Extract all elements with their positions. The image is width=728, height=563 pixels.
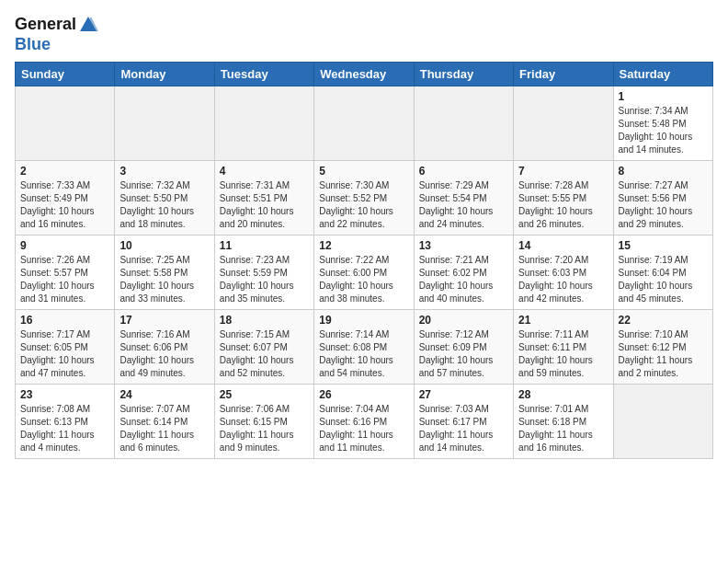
calendar: SundayMondayTuesdayWednesdayThursdayFrid… xyxy=(15,62,713,459)
calendar-cell: 13Sunrise: 7:21 AM Sunset: 6:02 PM Dayli… xyxy=(414,235,513,309)
day-info: Sunrise: 7:27 AM Sunset: 5:56 PM Dayligh… xyxy=(619,179,708,231)
calendar-cell: 15Sunrise: 7:19 AM Sunset: 6:04 PM Dayli… xyxy=(613,235,712,309)
calendar-week-row: 2Sunrise: 7:33 AM Sunset: 5:49 PM Daylig… xyxy=(16,160,713,235)
day-header-thursday: Thursday xyxy=(414,62,513,86)
day-info: Sunrise: 7:14 AM Sunset: 6:08 PM Dayligh… xyxy=(319,328,408,380)
day-number: 22 xyxy=(619,314,708,327)
day-number: 15 xyxy=(619,239,708,252)
calendar-cell xyxy=(514,86,613,160)
calendar-cell: 22Sunrise: 7:10 AM Sunset: 6:12 PM Dayli… xyxy=(613,309,712,384)
day-number: 19 xyxy=(319,314,408,327)
calendar-cell: 5Sunrise: 7:30 AM Sunset: 5:52 PM Daylig… xyxy=(314,160,414,235)
day-header-saturday: Saturday xyxy=(613,62,712,86)
day-number: 14 xyxy=(518,239,608,252)
calendar-cell xyxy=(115,86,214,160)
calendar-cell: 1Sunrise: 7:34 AM Sunset: 5:48 PM Daylig… xyxy=(613,86,712,160)
day-number: 7 xyxy=(518,165,608,178)
calendar-cell: 11Sunrise: 7:23 AM Sunset: 5:59 PM Dayli… xyxy=(214,235,313,309)
logo-icon xyxy=(78,15,98,35)
day-number: 25 xyxy=(220,388,309,401)
day-number: 9 xyxy=(20,239,109,252)
day-info: Sunrise: 7:10 AM Sunset: 6:12 PM Dayligh… xyxy=(619,328,708,380)
calendar-cell: 14Sunrise: 7:20 AM Sunset: 6:03 PM Dayli… xyxy=(514,235,613,309)
day-info: Sunrise: 7:22 AM Sunset: 6:00 PM Dayligh… xyxy=(319,254,408,305)
day-number: 10 xyxy=(119,239,209,252)
day-header-tuesday: Tuesday xyxy=(214,62,313,86)
logo-blue: Blue xyxy=(15,35,98,54)
day-info: Sunrise: 7:01 AM Sunset: 6:18 PM Dayligh… xyxy=(518,403,608,454)
calendar-cell: 27Sunrise: 7:03 AM Sunset: 6:17 PM Dayli… xyxy=(414,384,513,458)
calendar-cell: 6Sunrise: 7:29 AM Sunset: 5:54 PM Daylig… xyxy=(414,160,513,235)
calendar-cell: 17Sunrise: 7:16 AM Sunset: 6:06 PM Dayli… xyxy=(115,309,214,384)
day-number: 13 xyxy=(419,239,508,252)
calendar-cell: 2Sunrise: 7:33 AM Sunset: 5:49 PM Daylig… xyxy=(16,160,115,235)
calendar-cell: 9Sunrise: 7:26 AM Sunset: 5:57 PM Daylig… xyxy=(16,235,115,309)
day-number: 17 xyxy=(119,314,209,327)
day-info: Sunrise: 7:20 AM Sunset: 6:03 PM Dayligh… xyxy=(518,254,608,305)
calendar-cell xyxy=(613,384,712,458)
day-info: Sunrise: 7:03 AM Sunset: 6:17 PM Dayligh… xyxy=(419,403,508,454)
day-header-friday: Friday xyxy=(514,62,613,86)
day-info: Sunrise: 7:28 AM Sunset: 5:55 PM Dayligh… xyxy=(518,179,608,231)
calendar-cell xyxy=(16,86,115,160)
day-info: Sunrise: 7:23 AM Sunset: 5:59 PM Dayligh… xyxy=(220,254,309,305)
calendar-cell: 3Sunrise: 7:32 AM Sunset: 5:50 PM Daylig… xyxy=(115,160,214,235)
day-number: 20 xyxy=(419,314,508,327)
calendar-cell: 8Sunrise: 7:27 AM Sunset: 5:56 PM Daylig… xyxy=(613,160,712,235)
day-number: 23 xyxy=(20,388,109,401)
calendar-cell: 24Sunrise: 7:07 AM Sunset: 6:14 PM Dayli… xyxy=(115,384,214,458)
day-number: 12 xyxy=(319,239,408,252)
day-number: 16 xyxy=(20,314,109,327)
logo-text: General xyxy=(15,15,98,35)
day-info: Sunrise: 7:31 AM Sunset: 5:51 PM Dayligh… xyxy=(220,179,309,231)
day-info: Sunrise: 7:25 AM Sunset: 5:58 PM Dayligh… xyxy=(119,254,209,305)
day-header-monday: Monday xyxy=(115,62,214,86)
page-header: General Blue xyxy=(15,15,713,54)
day-number: 11 xyxy=(220,239,309,252)
day-info: Sunrise: 7:08 AM Sunset: 6:13 PM Dayligh… xyxy=(20,403,109,454)
calendar-cell: 7Sunrise: 7:28 AM Sunset: 5:55 PM Daylig… xyxy=(514,160,613,235)
day-header-sunday: Sunday xyxy=(16,62,115,86)
logo: General Blue xyxy=(15,15,98,54)
day-info: Sunrise: 7:16 AM Sunset: 6:06 PM Dayligh… xyxy=(119,328,209,380)
day-number: 2 xyxy=(20,165,109,178)
day-info: Sunrise: 7:12 AM Sunset: 6:09 PM Dayligh… xyxy=(419,328,508,380)
calendar-cell: 4Sunrise: 7:31 AM Sunset: 5:51 PM Daylig… xyxy=(214,160,313,235)
calendar-header-row: SundayMondayTuesdayWednesdayThursdayFrid… xyxy=(16,62,713,86)
calendar-cell: 10Sunrise: 7:25 AM Sunset: 5:58 PM Dayli… xyxy=(115,235,214,309)
day-info: Sunrise: 7:06 AM Sunset: 6:15 PM Dayligh… xyxy=(220,403,309,454)
day-number: 27 xyxy=(419,388,508,401)
day-number: 24 xyxy=(119,388,209,401)
calendar-cell: 16Sunrise: 7:17 AM Sunset: 6:05 PM Dayli… xyxy=(16,309,115,384)
day-header-wednesday: Wednesday xyxy=(314,62,414,86)
day-number: 5 xyxy=(319,165,408,178)
calendar-cell: 20Sunrise: 7:12 AM Sunset: 6:09 PM Dayli… xyxy=(414,309,513,384)
day-info: Sunrise: 7:17 AM Sunset: 6:05 PM Dayligh… xyxy=(20,328,109,380)
day-info: Sunrise: 7:29 AM Sunset: 5:54 PM Dayligh… xyxy=(419,179,508,231)
day-number: 21 xyxy=(518,314,608,327)
day-info: Sunrise: 7:19 AM Sunset: 6:04 PM Dayligh… xyxy=(619,254,708,305)
day-number: 6 xyxy=(419,165,508,178)
day-number: 8 xyxy=(619,165,708,178)
day-info: Sunrise: 7:21 AM Sunset: 6:02 PM Dayligh… xyxy=(419,254,508,305)
calendar-cell: 25Sunrise: 7:06 AM Sunset: 6:15 PM Dayli… xyxy=(214,384,313,458)
calendar-week-row: 16Sunrise: 7:17 AM Sunset: 6:05 PM Dayli… xyxy=(16,309,713,384)
calendar-cell: 18Sunrise: 7:15 AM Sunset: 6:07 PM Dayli… xyxy=(214,309,313,384)
day-info: Sunrise: 7:15 AM Sunset: 6:07 PM Dayligh… xyxy=(220,328,309,380)
day-info: Sunrise: 7:34 AM Sunset: 5:48 PM Dayligh… xyxy=(619,105,708,156)
day-number: 1 xyxy=(619,90,708,103)
day-number: 3 xyxy=(119,165,209,178)
day-number: 4 xyxy=(220,165,309,178)
day-info: Sunrise: 7:04 AM Sunset: 6:16 PM Dayligh… xyxy=(319,403,408,454)
day-info: Sunrise: 7:30 AM Sunset: 5:52 PM Dayligh… xyxy=(319,179,408,231)
day-info: Sunrise: 7:33 AM Sunset: 5:49 PM Dayligh… xyxy=(20,179,109,231)
calendar-cell: 23Sunrise: 7:08 AM Sunset: 6:13 PM Dayli… xyxy=(16,384,115,458)
day-info: Sunrise: 7:07 AM Sunset: 6:14 PM Dayligh… xyxy=(119,403,209,454)
calendar-cell: 12Sunrise: 7:22 AM Sunset: 6:00 PM Dayli… xyxy=(314,235,414,309)
day-number: 18 xyxy=(220,314,309,327)
day-info: Sunrise: 7:26 AM Sunset: 5:57 PM Dayligh… xyxy=(20,254,109,305)
day-info: Sunrise: 7:11 AM Sunset: 6:11 PM Dayligh… xyxy=(518,328,608,380)
calendar-cell xyxy=(214,86,313,160)
calendar-cell: 19Sunrise: 7:14 AM Sunset: 6:08 PM Dayli… xyxy=(314,309,414,384)
calendar-cell: 28Sunrise: 7:01 AM Sunset: 6:18 PM Dayli… xyxy=(514,384,613,458)
